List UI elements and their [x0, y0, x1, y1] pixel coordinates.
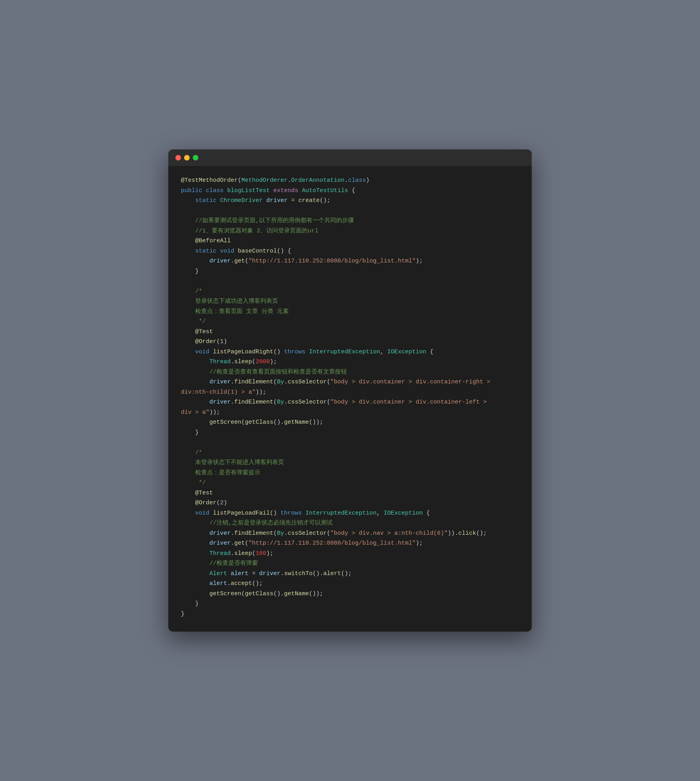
minimize-button[interactable] — [184, 155, 190, 160]
code-window: @TestMethodOrder(MethodOrderer.OrderAnno… — [168, 149, 532, 632]
maximize-button[interactable] — [193, 155, 198, 160]
code-editor: @TestMethodOrder(MethodOrderer.OrderAnno… — [168, 166, 532, 632]
titlebar — [168, 149, 532, 166]
close-button[interactable] — [175, 155, 181, 160]
